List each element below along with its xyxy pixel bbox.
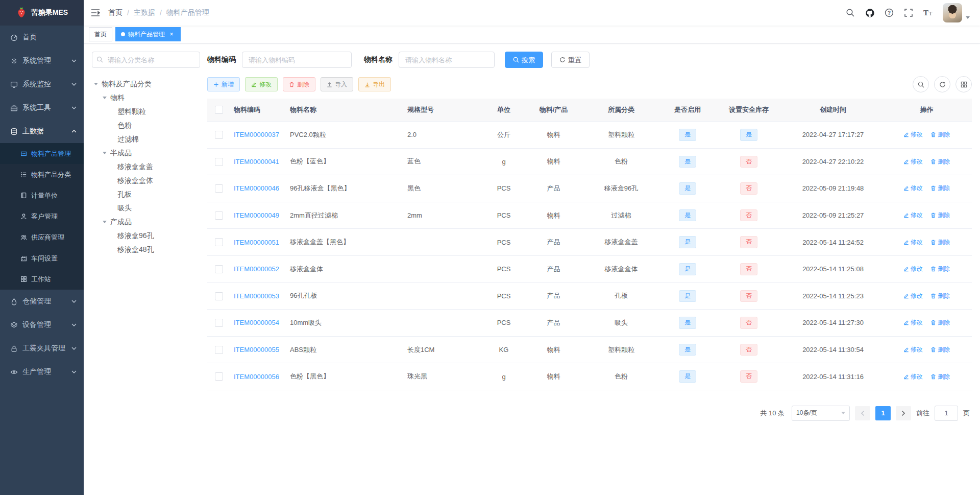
item-code-link[interactable]: ITEM00000037 xyxy=(234,131,279,138)
tree-leaf[interactable]: 塑料颗粒 xyxy=(92,105,200,119)
sidebar-item-equipment-management[interactable]: 设备管理 xyxy=(0,313,84,337)
tab-close-icon[interactable] xyxy=(168,31,175,38)
item-code-link[interactable]: ITEM00000051 xyxy=(234,239,279,246)
breadcrumb-home[interactable]: 首页 xyxy=(108,8,122,17)
row-checkbox[interactable] xyxy=(215,346,223,354)
tree-node-material[interactable]: 物料 xyxy=(92,91,200,105)
material-code-input[interactable] xyxy=(242,52,352,68)
select-all-checkbox[interactable] xyxy=(215,106,223,114)
row-edit-button[interactable]: 修改 xyxy=(903,292,923,300)
tree-leaf[interactable]: 移液盒盒盖 xyxy=(92,160,200,174)
tree-leaf[interactable]: 色粉 xyxy=(92,119,200,132)
row-edit-button[interactable]: 修改 xyxy=(903,157,923,166)
caret-down-icon[interactable] xyxy=(94,83,98,87)
item-code-link[interactable]: ITEM00000054 xyxy=(234,319,279,326)
sidebar-item-system-monitoring[interactable]: 系统监控 xyxy=(0,73,84,96)
sidebar-item-customer-management[interactable]: 客户管理 xyxy=(0,206,84,227)
sidebar-item-workstation[interactable]: 工作站 xyxy=(0,269,84,290)
item-code-link[interactable]: ITEM00000055 xyxy=(234,346,279,353)
edit-button[interactable]: 修改 xyxy=(245,77,278,91)
sidebar-toggle-button[interactable] xyxy=(91,0,108,26)
table-row[interactable]: ITEM00000046 96孔移液盒【黑色】 黑色 PCS 产品 移液盒96孔… xyxy=(207,175,972,202)
item-code-link[interactable]: ITEM00000049 xyxy=(234,211,279,219)
row-edit-button[interactable]: 修改 xyxy=(903,130,923,139)
reset-button[interactable]: 重置 xyxy=(551,52,590,68)
caret-down-icon[interactable] xyxy=(103,97,107,101)
row-delete-button[interactable]: 删除 xyxy=(930,345,950,354)
table-row[interactable]: ITEM00000054 10mm吸头 PCS 产品 吸头 是 否 2022-0… xyxy=(207,310,972,337)
goto-page-input[interactable] xyxy=(935,406,958,421)
table-row[interactable]: ITEM00000051 移液盒盒盖【黑色】 PCS 产品 移液盒盒盖 是 否 … xyxy=(207,229,972,256)
row-delete-button[interactable]: 删除 xyxy=(930,372,950,381)
row-edit-button[interactable]: 修改 xyxy=(903,184,923,193)
caret-down-icon[interactable] xyxy=(103,221,107,225)
row-delete-button[interactable]: 删除 xyxy=(930,265,950,273)
font-size-button[interactable]: TT xyxy=(918,0,938,26)
sidebar-item-material-product-category[interactable]: 物料产品分类 xyxy=(0,164,84,185)
prev-page-button[interactable] xyxy=(855,406,870,420)
material-name-input[interactable] xyxy=(399,52,495,68)
tab-home[interactable]: 首页 xyxy=(89,27,112,41)
row-edit-button[interactable]: 修改 xyxy=(903,238,923,247)
refresh-button[interactable] xyxy=(934,76,950,92)
sidebar-item-home[interactable]: 首页 xyxy=(0,26,84,49)
row-delete-button[interactable]: 删除 xyxy=(930,157,950,166)
import-button[interactable]: 导入 xyxy=(321,77,353,91)
export-button[interactable]: 导出 xyxy=(358,77,391,91)
header-search-button[interactable] xyxy=(841,0,860,26)
row-checkbox[interactable] xyxy=(215,238,223,246)
tree-node-finished[interactable]: 产成品 xyxy=(92,215,200,229)
tree-leaf[interactable]: 吸头 xyxy=(92,201,200,215)
row-delete-button[interactable]: 删除 xyxy=(930,318,950,327)
tree-leaf[interactable]: 移液盒48孔 xyxy=(92,243,200,256)
tree-leaf[interactable]: 移液盒96孔 xyxy=(92,229,200,243)
sidebar-item-supplier-management[interactable]: 供应商管理 xyxy=(0,227,84,248)
row-checkbox[interactable] xyxy=(215,319,223,327)
sidebar-item-workshop-settings[interactable]: 车间设置 xyxy=(0,248,84,269)
fullscreen-button[interactable] xyxy=(899,0,918,26)
category-search-input[interactable] xyxy=(92,52,200,68)
item-code-link[interactable]: ITEM00000056 xyxy=(234,373,279,381)
row-delete-button[interactable]: 删除 xyxy=(930,184,950,193)
next-page-button[interactable] xyxy=(896,406,911,420)
table-row[interactable]: ITEM00000052 移液盒盒体 PCS 产品 移液盒盒体 是 否 2022… xyxy=(207,255,972,282)
row-delete-button[interactable]: 删除 xyxy=(930,130,950,139)
row-checkbox[interactable] xyxy=(215,211,223,220)
row-checkbox[interactable] xyxy=(215,292,223,300)
row-edit-button[interactable]: 修改 xyxy=(903,318,923,327)
sidebar-item-measurement-unit[interactable]: 计量单位 xyxy=(0,185,84,206)
row-checkbox[interactable] xyxy=(215,158,223,166)
tab-material-product-management[interactable]: 物料产品管理 xyxy=(115,27,181,41)
tree-leaf[interactable]: 孔板 xyxy=(92,187,200,201)
table-row[interactable]: ITEM00000055 ABS颗粒 长度1CM KG 物料 塑料颗粒 是 否 … xyxy=(207,336,972,363)
sidebar-item-system-management[interactable]: 系统管理 xyxy=(0,49,84,73)
caret-down-icon[interactable] xyxy=(103,152,107,156)
row-edit-button[interactable]: 修改 xyxy=(903,211,923,220)
table-row[interactable]: ITEM00000056 色粉【黑色】 珠光黑 g 物料 色粉 是 否 2022… xyxy=(207,363,972,390)
tree-node-semifinished[interactable]: 半成品 xyxy=(92,146,200,160)
search-button[interactable]: 搜索 xyxy=(505,52,543,68)
item-code-link[interactable]: ITEM00000046 xyxy=(234,184,279,192)
row-delete-button[interactable]: 删除 xyxy=(930,292,950,300)
item-code-link[interactable]: ITEM00000053 xyxy=(234,292,279,300)
page-size-select[interactable]: 10条/页 xyxy=(792,406,850,421)
sidebar-item-tooling-fixture-management[interactable]: 工装夹具管理 xyxy=(0,337,84,360)
toggle-search-button[interactable] xyxy=(913,76,929,92)
help-button[interactable]: ? xyxy=(879,0,899,26)
user-menu[interactable] xyxy=(943,3,973,22)
row-delete-button[interactable]: 删除 xyxy=(930,211,950,220)
sidebar-item-master-data[interactable]: 主数据 xyxy=(0,120,84,143)
table-row[interactable]: ITEM00000049 2mm直径过滤棉 2mm PCS 物料 过滤棉 是 否… xyxy=(207,202,972,229)
column-settings-button[interactable] xyxy=(955,76,972,92)
tree-node-root[interactable]: 物料及产品分类 xyxy=(92,77,200,91)
row-checkbox[interactable] xyxy=(215,184,223,193)
table-row[interactable]: ITEM00000041 色粉【蓝色】 蓝色 g 物料 色粉 是 否 2022-… xyxy=(207,148,972,175)
row-edit-button[interactable]: 修改 xyxy=(903,265,923,273)
add-button[interactable]: 新增 xyxy=(207,77,240,91)
sidebar-item-system-tools[interactable]: 系统工具 xyxy=(0,96,84,120)
row-edit-button[interactable]: 修改 xyxy=(903,372,923,381)
item-code-link[interactable]: ITEM00000041 xyxy=(234,158,279,166)
table-row[interactable]: ITEM00000037 PVC2.0颗粒 2.0 公斤 物料 塑料颗粒 是 是… xyxy=(207,122,972,149)
item-code-link[interactable]: ITEM00000052 xyxy=(234,265,279,273)
sidebar-item-production-management[interactable]: 生产管理 xyxy=(0,360,84,384)
